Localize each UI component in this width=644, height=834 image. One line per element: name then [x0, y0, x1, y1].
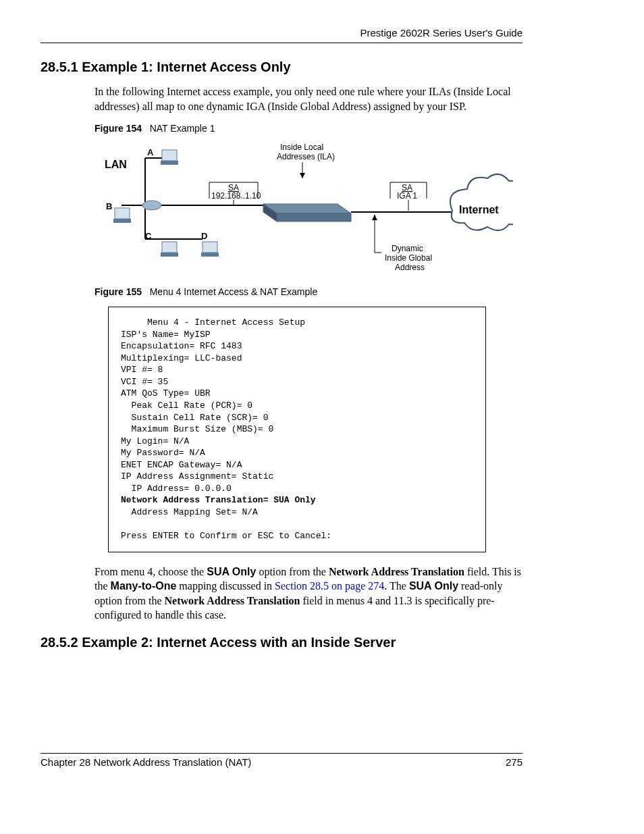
dyn-arrow-line: [375, 215, 381, 253]
section-28-5-1-paragraph: In the following Internet access example…: [95, 84, 522, 113]
dyn-line1: Dynamic: [392, 244, 423, 253]
nat-diagram-svg: LAN Inside Local Addresses (ILA) A B C D…: [95, 138, 513, 280]
term-l3: Multiplexing= LLC-based: [121, 353, 242, 363]
term-l10: My Login= N/A: [121, 436, 189, 446]
pt-t4: Network Address Translation: [329, 566, 464, 577]
pc-b-icon: [113, 208, 131, 223]
switch-icon: [142, 201, 161, 210]
figure-154-title: NAT Example 1: [150, 123, 215, 134]
footer-chapter: Chapter 28 Network Address Translation (…: [41, 756, 251, 768]
pt-t1: From menu 4, choose the: [95, 566, 207, 577]
figure-154-caption: Figure 154 NAT Example 1: [95, 123, 522, 134]
post-terminal-paragraph: From menu 4, choose the SUA Only option …: [95, 565, 522, 623]
sa-right-bottom: IGA 1: [397, 191, 417, 201]
internet-label: Internet: [459, 204, 499, 215]
term-l1: ISP's Name= MyISP: [121, 330, 211, 340]
term-l11: My Password= N/A: [121, 448, 205, 458]
svg-rect-1: [161, 161, 178, 165]
term-l5: VCI #= 35: [121, 377, 168, 387]
svg-rect-7: [201, 253, 219, 257]
figure-155-caption: Figure 155 Menu 4 Internet Access & NAT …: [95, 286, 522, 297]
svg-marker-8: [263, 204, 351, 213]
terminal-menu-4: Menu 4 - Internet Access Setup ISP's Nam…: [108, 307, 486, 552]
lan-label: LAN: [105, 159, 127, 170]
gateway-icon: [263, 204, 351, 221]
pt-t12: Network Address Translation: [165, 595, 300, 606]
header-guide-title: Prestige 2602R Series User's Guide: [41, 27, 522, 38]
svg-rect-2: [115, 208, 130, 219]
term-l14: IP Address= 0.0.0.0: [121, 484, 232, 494]
pt-t10: SUA Only: [409, 580, 458, 592]
svg-rect-3: [113, 219, 131, 223]
ila-label-line2: Addresses (ILA): [277, 152, 335, 161]
svg-rect-6: [203, 242, 217, 253]
term-l15: Network Address Translation= SUA Only: [121, 495, 316, 505]
section-28-5-1-heading: 28.5.1 Example 1: Internet Access Only: [41, 59, 522, 75]
svg-rect-5: [161, 253, 178, 257]
term-l6: ATM QoS Type= UBR: [121, 388, 211, 398]
sa-left-bottom: 192.168..1.10: [211, 191, 261, 201]
section-28-5-2-heading: 28.5.2 Example 2: Internet Access with a…: [41, 635, 522, 650]
pc-d-icon: [201, 242, 219, 257]
ila-arrow-head: [300, 173, 305, 178]
pc-a-icon: [161, 150, 178, 165]
pt-t9: . The: [384, 580, 409, 592]
figure-154-diagram: LAN Inside Local Addresses (ILA) A B C D…: [95, 138, 513, 280]
term-l9: Maximum Burst Size (MBS)= 0: [121, 424, 273, 434]
term-l16: Address Mapping Set= N/A: [121, 507, 258, 517]
figure-154-label: Figure 154: [95, 123, 142, 134]
svg-rect-4: [162, 242, 177, 253]
svg-rect-0: [162, 150, 177, 161]
dyn-line2: Inside Global: [385, 253, 432, 263]
header-rule: [41, 43, 522, 43]
term-l12: ENET ENCAP Gateway= N/A: [121, 460, 242, 470]
pt-t3: option from the: [256, 566, 329, 577]
term-l2: Encapsulation= RFC 1483: [121, 341, 242, 351]
node-b-label: B: [106, 201, 112, 211]
ila-label-line1: Inside Local: [280, 142, 323, 152]
dyn-line3: Address: [395, 263, 425, 272]
svg-marker-10: [277, 213, 351, 221]
figure-155-title: Menu 4 Internet Access & NAT Example: [150, 286, 318, 297]
section-28-5-link[interactable]: Section 28.5 on page 274: [275, 580, 384, 592]
node-d-label: D: [201, 231, 207, 241]
node-a-label: A: [147, 147, 154, 157]
term-l8: Sustain Cell Rate (SCR)= 0: [121, 413, 268, 423]
term-l7: Peak Cell Rate (PCR)= 0: [121, 400, 252, 411]
internet-cloud-icon: Internet: [450, 174, 513, 230]
dyn-arrow-head: [372, 215, 377, 220]
page-footer: Chapter 28 Network Address Translation (…: [41, 753, 522, 768]
node-c-label: C: [145, 231, 152, 241]
pc-c-icon: [161, 242, 178, 257]
pt-t7: mapping discussed in: [176, 580, 275, 592]
figure-155-label: Figure 155: [95, 286, 142, 297]
sa-right-box: SA IGA 1: [390, 182, 427, 201]
footer-rule: [41, 753, 522, 754]
term-l4: VPI #= 8: [121, 365, 163, 375]
term-l13: IP Address Assignment= Static: [121, 471, 273, 481]
footer-page-number: 275: [506, 756, 522, 768]
term-title: Menu 4 - Internet Access Setup: [121, 317, 305, 328]
term-l18: Press ENTER to Confirm or ESC to Cancel:: [121, 531, 331, 541]
sa-left-box: SA 192.168..1.10: [209, 182, 261, 201]
pt-t6: Many-to-One: [111, 580, 177, 592]
pt-t2: SUA Only: [207, 566, 256, 577]
